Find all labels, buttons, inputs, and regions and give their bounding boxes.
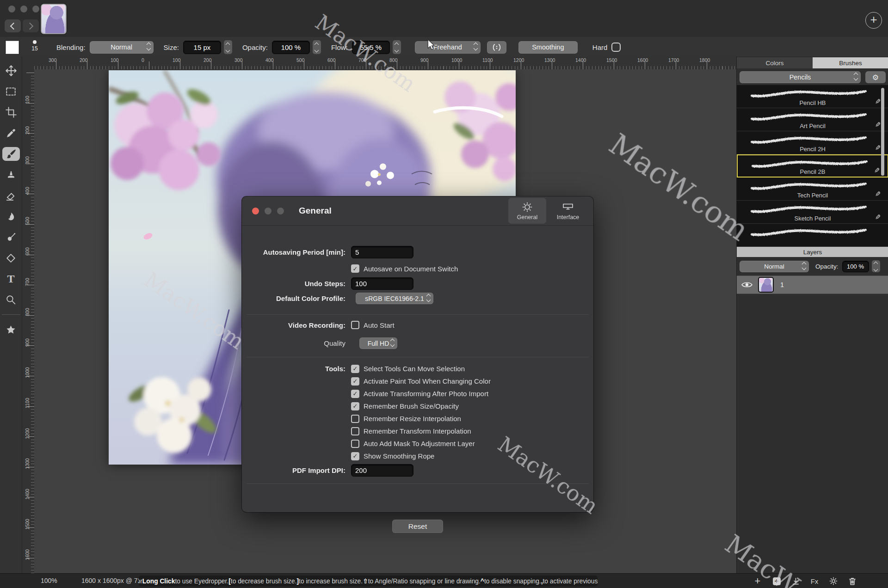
help-segment: to increase brush size. (299, 578, 363, 585)
text-tool[interactable]: T (2, 272, 20, 286)
effects-button[interactable]: Fx (809, 576, 820, 587)
layer-opacity-stepper[interactable] (872, 260, 880, 272)
layer-thumbnail[interactable] (758, 277, 774, 293)
ruler-label: 800 (25, 305, 30, 319)
eraser-tool[interactable] (2, 189, 20, 202)
current-color-swatch[interactable] (6, 41, 19, 54)
chevron-updown-icon (391, 339, 394, 346)
dialog-close-icon[interactable] (252, 208, 259, 214)
crop-tool[interactable] (2, 105, 20, 119)
add-group-button[interactable]: + (771, 576, 782, 587)
window-controls (8, 6, 44, 14)
brush-item[interactable]: Art Pencil✎ (737, 108, 888, 131)
brush-icon: ✎ (875, 190, 881, 198)
dialog-minimize-icon[interactable] (265, 208, 271, 214)
tab-brushes[interactable]: Brushes (813, 57, 888, 68)
new-document-button[interactable]: + (865, 12, 882, 29)
flow-stepper[interactable] (393, 40, 401, 54)
tool-option-checkbox[interactable]: ✓ (351, 390, 359, 398)
dialog-tab-general[interactable]: General (508, 198, 546, 224)
ruler-label: 500 (296, 57, 305, 63)
document-thumbnail[interactable] (41, 4, 67, 34)
tool-option-checkbox[interactable]: ✓ (351, 402, 359, 410)
brush-item[interactable]: Tech Pencil✎ (737, 178, 888, 201)
brush-item[interactable]: Pencil HB✎ (737, 85, 888, 108)
layer-opacity-input[interactable]: 100 % (842, 261, 869, 272)
gear-icon: ⚙ (872, 73, 879, 82)
layer-row[interactable]: 1 (737, 276, 888, 294)
brush-item[interactable]: Sketch Pencil✎ (737, 201, 888, 224)
chevron-right-icon (26, 22, 34, 30)
brush-list-scrollbar[interactable] (881, 88, 884, 176)
blending-label: Blending: (56, 43, 86, 51)
layer-list: 1 (737, 276, 888, 294)
stamp-tool[interactable] (2, 168, 20, 182)
autosave-switch-checkbox[interactable]: ✓ (351, 264, 359, 273)
adjustments-button[interactable] (828, 576, 839, 587)
tab-colors[interactable]: Colors (737, 57, 813, 68)
reset-button[interactable]: Reset (392, 520, 443, 533)
undo-steps-input[interactable]: 100 (351, 277, 413, 290)
eyedropper-tool[interactable] (2, 126, 20, 140)
brush-item[interactable] (737, 224, 888, 247)
auto-start-checkbox[interactable] (351, 321, 359, 329)
eye-icon[interactable] (741, 281, 752, 288)
pdf-dpi-input[interactable]: 200 (351, 464, 413, 477)
mouse-cursor (426, 39, 437, 53)
tool-option-checkbox[interactable]: ✓ (351, 377, 359, 386)
move-tool[interactable] (2, 64, 20, 78)
opacity-input[interactable]: 100 % (272, 41, 310, 54)
flow-input[interactable]: 55.5 % (352, 41, 390, 54)
hard-checkbox[interactable] (611, 43, 621, 52)
help-segment: to decrease brush size. (231, 578, 297, 585)
size-input[interactable]: 15 px (183, 41, 221, 54)
brush-category-dropdown[interactable]: Pencils (740, 71, 861, 83)
favorites-tool[interactable] (2, 323, 20, 337)
zoom-window-icon[interactable] (32, 6, 39, 12)
smoothing-curve-button[interactable] (487, 41, 506, 54)
tool-option-row: Remember Resize Interpolation (351, 412, 491, 425)
autosaving-input[interactable]: 5 (351, 246, 413, 258)
tool-option-checkbox[interactable] (351, 427, 359, 435)
dialog-header[interactable]: General General Interface (242, 196, 593, 226)
brush-settings-button[interactable]: ⚙ (865, 71, 886, 83)
minimize-window-icon[interactable] (20, 6, 27, 12)
blending-dropdown[interactable]: Normal (90, 41, 154, 54)
ruler-label: 700 (358, 57, 367, 63)
color-profile-dropdown[interactable]: sRGB IEC61966-2.1 (356, 293, 433, 304)
tool-option-label: Remember Transform Interpolation (364, 427, 471, 435)
smudge-tool[interactable] (2, 209, 20, 223)
video-recording-label: Video Recording: (242, 321, 345, 329)
shapes-tool[interactable] (2, 251, 20, 265)
ruler-label: 900 (25, 336, 30, 349)
smoothing-button[interactable]: Smoothing (518, 41, 578, 54)
dialog-tab-interface-label: Interface (557, 214, 580, 220)
add-layer-button[interactable]: + (752, 576, 763, 587)
back-button[interactable] (5, 19, 21, 32)
import-button[interactable] (790, 576, 801, 587)
layers-header[interactable]: Layers (737, 247, 888, 257)
liquify-tool[interactable] (2, 230, 20, 244)
brush-item[interactable]: Pencil 2H✎ (737, 131, 888, 154)
opacity-stepper[interactable] (313, 40, 321, 54)
brush-item[interactable]: Pencil 2B✎ (737, 154, 888, 178)
tool-option-checkbox[interactable]: ✓ (351, 452, 359, 460)
tool-option-checkbox[interactable]: ✓ (351, 365, 359, 373)
marquee-icon (5, 86, 17, 98)
dialog-tab-interface[interactable]: Interface (549, 198, 587, 224)
layer-blend-dropdown[interactable]: Normal (740, 261, 809, 272)
forward-button[interactable] (23, 19, 39, 32)
rect-select-tool[interactable] (2, 85, 20, 98)
brush-list: Pencil HB✎Art Pencil✎Pencil 2H✎Pencil 2B… (737, 85, 888, 247)
zoom-tool[interactable] (2, 293, 20, 306)
paintbrush-tool[interactable] (2, 147, 20, 161)
stroke-mode-dropdown[interactable]: Freehand (415, 41, 481, 54)
quality-dropdown[interactable]: Full HD (359, 337, 397, 349)
close-window-icon[interactable] (8, 6, 15, 12)
tool-option-checkbox[interactable] (351, 415, 359, 423)
tool-option-checkbox[interactable] (351, 440, 359, 448)
dialog-zoom-icon[interactable] (277, 208, 284, 214)
delete-layer-button[interactable] (847, 576, 858, 587)
size-stepper[interactable] (224, 40, 232, 54)
ruler-label: 700 (25, 275, 30, 289)
